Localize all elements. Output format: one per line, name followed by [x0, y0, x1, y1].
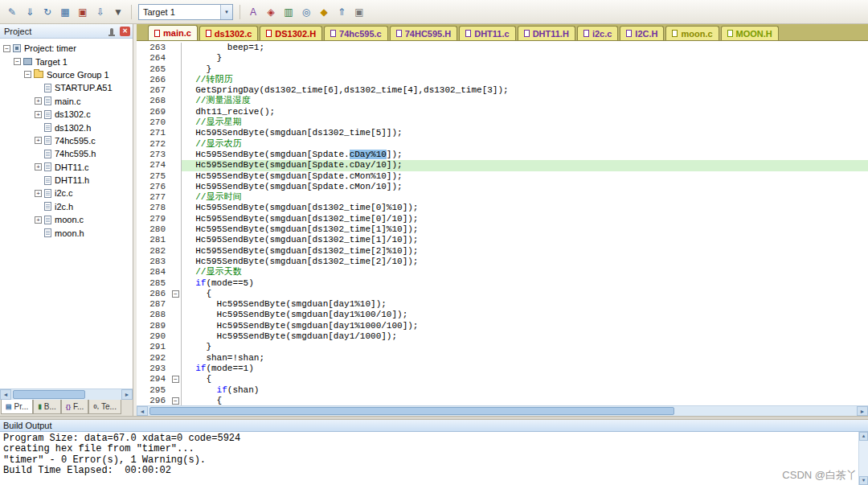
collapse-box-icon[interactable]: −	[24, 71, 31, 78]
code-line-277[interactable]: 277 //显示时间	[137, 192, 868, 203]
tree-item-moon-h[interactable]: moon.h	[0, 226, 133, 239]
code-line-264[interactable]: 264 }	[137, 53, 868, 64]
tree-item-main-c[interactable]: +main.c	[0, 95, 133, 108]
code-line-273[interactable]: 273 Hc595SendByte(smgduan[Spdate.cDay%10…	[137, 150, 868, 160]
doc-tab-74hc595-c[interactable]: 74hc595.c	[324, 26, 388, 40]
expand-box-icon[interactable]: +	[35, 97, 42, 105]
doc-tab-moon-h[interactable]: MOON.H	[721, 26, 779, 40]
tree-item-target-1[interactable]: −Target 1	[0, 55, 133, 68]
tree-item-moon-c[interactable]: +moon.c	[0, 213, 133, 226]
code-line-279[interactable]: 279 Hc595SendByte(smgduan[ds1302_time[0]…	[137, 214, 868, 224]
flag-icon[interactable]: ◆	[316, 4, 332, 20]
find-in-files-icon[interactable]: ◎	[298, 4, 314, 20]
pin-icon[interactable]	[106, 26, 117, 36]
doc-tab-ds1302-c[interactable]: ds1302.c	[199, 26, 258, 40]
books-icon[interactable]: ▥	[280, 4, 297, 20]
code-line-293[interactable]: 293 if(mode==1)	[137, 364, 868, 374]
target-select[interactable]: Target 1 ▼	[138, 4, 233, 20]
scroll-down-arrow-icon[interactable]: ▼	[859, 476, 868, 485]
expand-box-icon[interactable]: +	[35, 190, 42, 197]
doc-tab-i2c-c[interactable]: i2c.c	[577, 26, 618, 40]
code-line-276[interactable]: 276 Hc595SendByte(smgduan[Spdate.cMon/10…	[137, 182, 868, 192]
expand-box-icon[interactable]: +	[35, 163, 42, 171]
fold-collapse-icon[interactable]: −	[172, 290, 179, 298]
doc-tab-dht11-h[interactable]: DHT11.H	[518, 26, 575, 40]
collapse-box-icon[interactable]: −	[14, 58, 21, 65]
scroll-left-arrow-icon[interactable]: ◄	[0, 389, 11, 400]
scrollbar-track[interactable]	[11, 389, 121, 400]
code-line-292[interactable]: 292 shan=!shan;	[137, 353, 868, 364]
tree-item-source-group-1[interactable]: −Source Group 1	[0, 68, 133, 81]
code-line-294[interactable]: 294− {	[137, 374, 868, 384]
fold-collapse-icon[interactable]: −	[172, 397, 179, 405]
books-tab[interactable]: ▮B...	[33, 400, 60, 414]
project-tree-hscrollbar[interactable]: ◄ ►	[0, 388, 133, 400]
batch-build-icon[interactable]: ▦	[57, 4, 73, 20]
code-line-291[interactable]: 291 }	[137, 342, 868, 352]
translate-icon[interactable]: ✎	[4, 4, 20, 20]
code-line-289[interactable]: 289 Hc595SendByte(smgduan[day1%1000/100]…	[137, 321, 868, 331]
scrollbar-track[interactable]	[148, 406, 857, 416]
scrollbar-thumb[interactable]	[13, 390, 85, 399]
build-icon[interactable]: ⇓	[22, 4, 38, 20]
code-line-278[interactable]: 278 Hc595SendByte(smgduan[ds1302_time[0]…	[137, 203, 868, 213]
tree-item-startup-a51[interactable]: STARTUP.A51	[0, 81, 133, 94]
code-line-282[interactable]: 282 Hc595SendByte(smgduan[ds1302_time[2]…	[137, 246, 868, 257]
code-line-285[interactable]: 285 if(mode==5)	[137, 278, 868, 289]
doc-tab-moon-c[interactable]: moon.c	[665, 26, 719, 40]
collapse-box-icon[interactable]: −	[3, 45, 10, 52]
code-line-265[interactable]: 265 }	[137, 64, 868, 75]
project-tab[interactable]: ▤Pr...	[1, 400, 33, 414]
editor-hscrollbar[interactable]: ◄ ►	[137, 405, 868, 416]
stop-build-icon[interactable]: ▣	[75, 4, 91, 20]
code-line-275[interactable]: 275 Hc595SendByte(smgduan[Spdate.cMon%10…	[137, 171, 868, 182]
code-line-272[interactable]: 272 //显示农历	[137, 139, 868, 150]
code-line-270[interactable]: 270 //显示星期	[137, 117, 868, 128]
download-icon[interactable]: ⇩	[92, 4, 108, 20]
code-line-295[interactable]: 295 if(shan)	[137, 385, 868, 396]
scrollbar-thumb[interactable]	[149, 407, 674, 415]
expand-box-icon[interactable]: +	[35, 137, 42, 144]
doc-tab-74hc595-h[interactable]: 74HC595.H	[390, 26, 457, 40]
scroll-right-arrow-icon[interactable]: ►	[857, 406, 868, 416]
load-icon[interactable]: ▼	[110, 4, 126, 20]
options-for-target-icon[interactable]: A	[245, 4, 261, 20]
jump-icon[interactable]: ⇑	[334, 4, 350, 20]
expand-box-icon[interactable]: +	[35, 216, 42, 224]
code-line-263[interactable]: 263 beep=1;	[137, 43, 868, 53]
code-line-281[interactable]: 281 Hc595SendByte(smgduan[ds1302_time[1]…	[137, 235, 868, 245]
tree-item-74hc595-h[interactable]: 74hc595.h	[0, 147, 133, 160]
code-line-268[interactable]: 268 //测量温湿度	[137, 96, 868, 106]
code-line-286[interactable]: 286− {	[137, 289, 868, 299]
scroll-left-arrow-icon[interactable]: ◄	[137, 406, 148, 416]
code-line-290[interactable]: 290 Hc595SendByte(smgduan[day1/1000]);	[137, 331, 868, 342]
code-line-280[interactable]: 280 Hc595SendByte(smgduan[ds1302_time[1]…	[137, 224, 868, 235]
code-editor[interactable]: 263 beep=1;264 }265 }266 //转阴历267 GetSpr…	[137, 41, 868, 405]
doc-tab-dht11-c[interactable]: DHT11.c	[459, 26, 515, 40]
expand-box-icon[interactable]: +	[35, 111, 42, 118]
code-line-288[interactable]: 288 Hc595SendByte(smgduan[day1%100/10]);	[137, 310, 868, 320]
build-output-vscrollbar[interactable]: ▲ ▼	[858, 432, 868, 485]
tree-item-dht11-h[interactable]: DHT11.h	[0, 174, 133, 187]
scroll-right-arrow-icon[interactable]: ►	[121, 389, 133, 400]
code-line-283[interactable]: 283 Hc595SendByte(smgduan[ds1302_time[2]…	[137, 257, 868, 267]
code-line-266[interactable]: 266 //转阴历	[137, 75, 868, 85]
pack-installer-icon[interactable]: ▣	[351, 4, 367, 20]
fold-collapse-icon[interactable]: −	[172, 376, 179, 383]
doc-tab-i2c-h[interactable]: I2C.H	[620, 26, 664, 40]
code-line-287[interactable]: 287 Hc595SendByte(smgduan[day1%10]);	[137, 299, 868, 310]
rebuild-icon[interactable]: ↻	[39, 4, 55, 20]
code-line-296[interactable]: 296− {	[137, 396, 868, 405]
code-line-269[interactable]: 269 dht11_recive();	[137, 107, 868, 117]
doc-tab-ds1302-h[interactable]: DS1302.H	[260, 26, 322, 40]
tree-item-i2c-c[interactable]: +i2c.c	[0, 187, 133, 199]
file-extensions-icon[interactable]: ◈	[263, 4, 279, 20]
tree-item-i2c-h[interactable]: i2c.h	[0, 200, 133, 213]
code-line-271[interactable]: 271 Hc595SendByte(smgduan[ds1302_time[5]…	[137, 128, 868, 138]
tree-item-74hc595-c[interactable]: +74hc595.c	[0, 134, 133, 147]
tree-item-ds1302-h[interactable]: ds1302.h	[0, 121, 133, 134]
scroll-up-arrow-icon[interactable]: ▲	[859, 432, 868, 441]
chevron-down-icon[interactable]: ▼	[220, 5, 232, 19]
code-line-267[interactable]: 267 GetSpringDay(ds1302_time[6],ds1302_t…	[137, 85, 868, 96]
tree-item-project-timer[interactable]: −Project: timer	[0, 42, 133, 55]
